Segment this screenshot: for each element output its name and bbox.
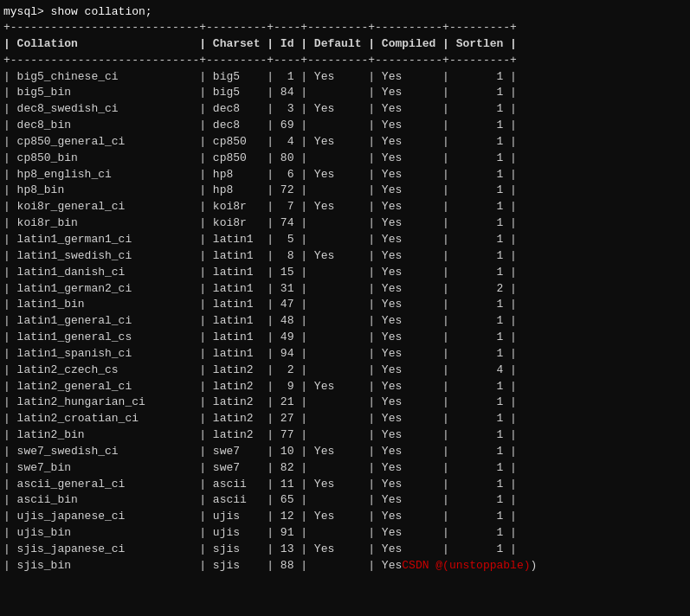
last-row-text: | sjis_bin | sjis | 88 | | Yes [3,559,402,572]
table-row: | latin2_croatian_ci | latin2 | 27 | | Y… [3,411,687,427]
terminal-window: mysql> show collation; +----------------… [0,0,690,616]
table-row: | latin1_bin | latin1 | 47 | | Yes | 1 | [3,297,687,313]
table-row: | swe7_bin | swe7 | 82 | | Yes | 1 | [3,460,687,477]
table-row: | latin1_german2_ci | latin1 | 31 | | Ye… [3,281,687,298]
table-row: | big5_chinese_ci | big5 | 1 | Yes | Yes… [3,69,687,86]
table-row: | sjis_japanese_ci | sjis | 13 | Yes | Y… [3,542,687,558]
table-row: | hp8_bin | hp8 | 72 | | Yes | 1 | [3,183,687,199]
table-row: | latin2_bin | latin2 | 77 | | Yes | 1 | [3,427,687,444]
table-row: | ascii_general_ci | ascii | 11 | Yes | … [3,477,687,493]
table-header-border: +----------------------------+---------+… [3,53,687,69]
table-row: | latin2_general_ci | latin2 | 9 | Yes |… [3,379,687,395]
table-row: | ascii_bin | ascii | 65 | | Yes | 1 | [3,492,687,509]
table-row: | latin1_general_ci | latin1 | 48 | | Ye… [3,313,687,330]
table-row: | latin2_hungarian_ci | latin2 | 21 | | … [3,395,687,411]
table-row: | koi8r_bin | koi8r | 74 | | Yes | 1 | [3,215,687,232]
table-row: | latin1_spanish_ci | latin1 | 94 | | Ye… [3,346,687,363]
table-header: | Collation | Charset | Id | Default | C… [3,36,687,53]
table-row: | cp850_general_ci | cp850 | 4 | Yes | Y… [3,134,687,151]
table-row: | koi8r_general_ci | koi8r | 7 | Yes | Y… [3,199,687,215]
command-line: mysql> show collation; [3,5,687,18]
table-row: | hp8_english_ci | hp8 | 6 | Yes | Yes |… [3,167,687,183]
table-row: | ujis_japanese_ci | ujis | 12 | Yes | Y… [3,509,687,525]
table-row: | latin1_general_cs | latin1 | 49 | | Ye… [3,330,687,346]
watermark: CSDN @(unstoppable) [402,559,530,572]
table-row: | big5_bin | big5 | 84 | | Yes | 1 | [3,85,687,101]
table-body: | big5_chinese_ci | big5 | 1 | Yes | Yes… [3,69,687,558]
table-row: | swe7_swedish_ci | swe7 | 10 | Yes | Ye… [3,444,687,460]
table-row: | dec8_swedish_ci | dec8 | 3 | Yes | Yes… [3,101,687,118]
last-row-end: ) [531,559,538,572]
table-row: | dec8_bin | dec8 | 69 | | Yes | 1 | [3,118,687,134]
table-row: | latin1_swedish_ci | latin1 | 8 | Yes |… [3,248,687,265]
last-row: | sjis_bin | sjis | 88 | | YesCSDN @(uns… [3,558,687,574]
table-row: | latin2_czech_cs | latin2 | 2 | | Yes |… [3,363,687,379]
table-row: | latin1_danish_ci | latin1 | 15 | | Yes… [3,265,687,281]
table-top-border: +----------------------------+---------+… [3,20,687,36]
table-row: | latin1_german1_ci | latin1 | 5 | | Yes… [3,232,687,248]
table-row: | cp850_bin | cp850 | 80 | | Yes | 1 | [3,151,687,167]
table-row: | ujis_bin | ujis | 91 | | Yes | 1 | [3,525,687,542]
